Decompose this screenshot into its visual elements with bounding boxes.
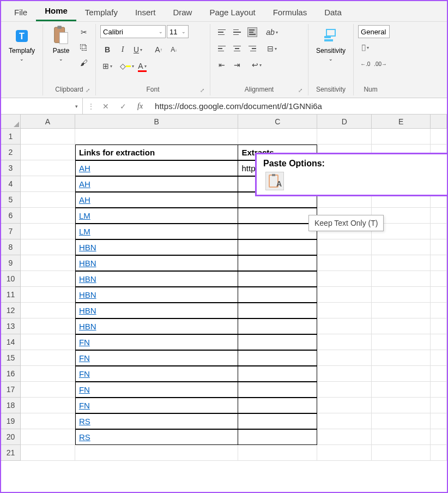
- keep-text-only-button[interactable]: A: [265, 172, 284, 190]
- cut-button[interactable]: ✂: [77, 25, 91, 39]
- name-box[interactable]: ▾: [1, 98, 83, 114]
- copy-button[interactable]: ⿻: [77, 40, 91, 55]
- cell-B15[interactable]: FN: [75, 350, 239, 366]
- cell-A2[interactable]: [21, 145, 75, 160]
- cell-F11[interactable]: [431, 287, 447, 303]
- cell-F16[interactable]: [431, 366, 447, 382]
- cell-B13[interactable]: HBN: [75, 318, 239, 334]
- cell-A15[interactable]: [21, 350, 75, 366]
- select-all-corner[interactable]: [1, 115, 21, 129]
- link-B13[interactable]: HBN: [79, 322, 96, 331]
- align-top-button[interactable]: [215, 25, 229, 39]
- tab-page-layout[interactable]: Page Layout: [201, 3, 264, 21]
- decrease-decimal-button[interactable]: .00→: [373, 57, 388, 71]
- cell-E12[interactable]: [372, 303, 431, 318]
- increase-decimal-button[interactable]: ←.0: [358, 57, 372, 71]
- cell-A19[interactable]: [21, 413, 75, 429]
- row-header-2[interactable]: 2: [1, 145, 21, 160]
- cell-C16[interactable]: [238, 366, 317, 382]
- italic-button[interactable]: I: [116, 43, 130, 57]
- cell-E16[interactable]: [372, 366, 431, 382]
- tab-data[interactable]: Data: [316, 3, 350, 21]
- cell-D18[interactable]: [317, 398, 372, 413]
- row-header-17[interactable]: 17: [1, 382, 21, 398]
- cell-B12[interactable]: HBN: [75, 303, 239, 318]
- cell-F18[interactable]: [431, 398, 447, 413]
- font-launcher[interactable]: ⤢: [200, 87, 204, 93]
- cell-C9[interactable]: [238, 255, 317, 271]
- cell-A3[interactable]: [21, 160, 75, 176]
- cell-B19[interactable]: RS: [75, 413, 239, 429]
- row-header-9[interactable]: 9: [1, 255, 21, 271]
- cell-C20[interactable]: [238, 429, 317, 445]
- cell-F14[interactable]: [431, 334, 447, 350]
- cell-B21[interactable]: [75, 445, 239, 461]
- cell-F6[interactable]: [431, 208, 447, 224]
- increase-indent-button[interactable]: ⇥: [230, 58, 244, 72]
- cell-A7[interactable]: [21, 224, 75, 239]
- cell-C8[interactable]: [238, 239, 317, 255]
- tab-home[interactable]: Home: [36, 2, 76, 21]
- col-header-A[interactable]: A: [21, 115, 75, 129]
- link-B17[interactable]: FN: [79, 385, 90, 394]
- font-size-select[interactable]: 11⌄: [167, 25, 189, 38]
- cell-A4[interactable]: [21, 176, 75, 192]
- wrap-text-button[interactable]: ↩: [250, 58, 264, 72]
- templafy-button[interactable]: T Templafy⌄: [5, 25, 38, 65]
- cell-B7[interactable]: LM: [75, 224, 239, 239]
- cell-D20[interactable]: [317, 429, 372, 445]
- link-B15[interactable]: FN: [79, 353, 90, 363]
- link-B11[interactable]: HBN: [79, 290, 96, 299]
- cell-A1[interactable]: [21, 129, 75, 145]
- format-painter-button[interactable]: 🖌: [77, 56, 91, 70]
- cell-C7[interactable]: [238, 224, 317, 239]
- row-header-6[interactable]: 6: [1, 208, 21, 224]
- link-B5[interactable]: AH: [79, 195, 90, 205]
- sensitivity-button[interactable]: Sensitivity⌄: [313, 25, 349, 65]
- cell-F21[interactable]: [431, 445, 447, 461]
- number-format-select[interactable]: General: [358, 25, 390, 38]
- cell-E17[interactable]: [372, 382, 431, 398]
- cell-A17[interactable]: [21, 382, 75, 398]
- alignment-launcher[interactable]: ⤢: [298, 87, 302, 93]
- cell-D19[interactable]: [317, 413, 372, 429]
- cell-B8[interactable]: HBN: [75, 239, 239, 255]
- paste-button[interactable]: Paste⌄: [47, 25, 75, 65]
- cell-A20[interactable]: [21, 429, 75, 445]
- cell-B4[interactable]: AH: [75, 176, 239, 192]
- row-header-15[interactable]: 15: [1, 350, 21, 366]
- row-header-18[interactable]: 18: [1, 398, 21, 413]
- cell-A8[interactable]: [21, 239, 75, 255]
- cell-E11[interactable]: [372, 287, 431, 303]
- enter-formula-button[interactable]: ✓: [117, 101, 130, 112]
- cell-F1[interactable]: [431, 129, 447, 145]
- tab-insert[interactable]: Insert: [126, 3, 165, 21]
- link-B7[interactable]: LM: [79, 227, 90, 236]
- tab-templafy[interactable]: Templafy: [76, 3, 126, 21]
- cell-B17[interactable]: FN: [75, 382, 239, 398]
- cell-A9[interactable]: [21, 255, 75, 271]
- link-B6[interactable]: LM: [79, 211, 90, 220]
- fill-color-button[interactable]: ◇: [120, 59, 134, 73]
- link-B20[interactable]: RS: [79, 432, 90, 442]
- cell-E19[interactable]: [372, 413, 431, 429]
- cell-B11[interactable]: HBN: [75, 287, 239, 303]
- cell-F10[interactable]: [431, 271, 447, 287]
- cell-B6[interactable]: LM: [75, 208, 239, 224]
- accounting-format-button[interactable]: ⌷: [358, 40, 372, 55]
- cell-C19[interactable]: [238, 413, 317, 429]
- cell-C14[interactable]: [238, 334, 317, 350]
- align-bottom-button[interactable]: [245, 25, 259, 39]
- link-B18[interactable]: FN: [79, 401, 90, 410]
- row-header-4[interactable]: 4: [1, 176, 21, 192]
- row-header-19[interactable]: 19: [1, 413, 21, 429]
- row-header-14[interactable]: 14: [1, 334, 21, 350]
- link-B8[interactable]: HBN: [79, 243, 96, 252]
- row-header-12[interactable]: 12: [1, 303, 21, 318]
- underline-button[interactable]: U: [131, 43, 145, 57]
- cell-E9[interactable]: [372, 255, 431, 271]
- row-header-20[interactable]: 20: [1, 429, 21, 445]
- link-B19[interactable]: RS: [79, 417, 90, 426]
- cell-D8[interactable]: [317, 239, 372, 255]
- cell-F13[interactable]: [431, 318, 447, 334]
